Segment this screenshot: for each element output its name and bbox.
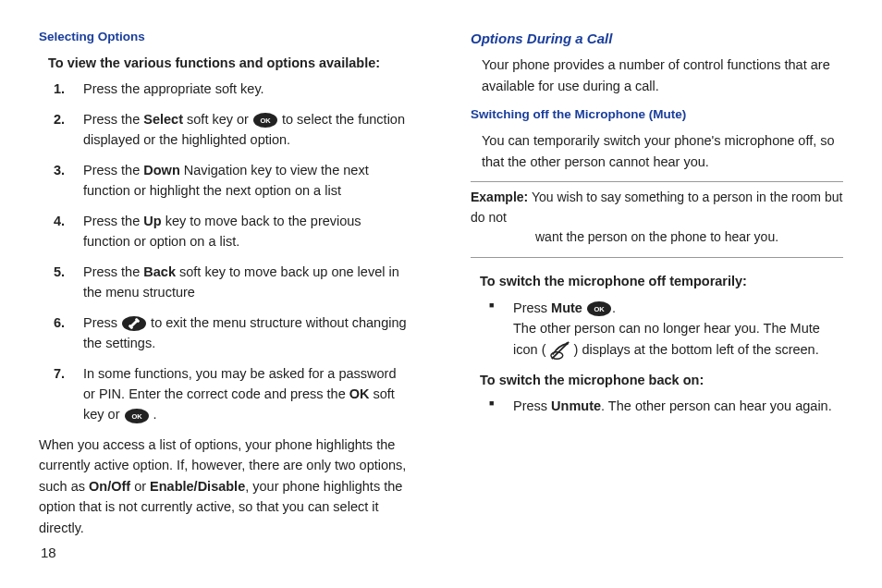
heading-selecting-options: Selecting Options	[39, 28, 411, 47]
step-3: Press the Down Navigation key to view th…	[80, 160, 411, 202]
page-number: 18	[41, 545, 56, 560]
lead-view-functions: To view the various functions and option…	[48, 53, 411, 73]
mute-desc: You can temporarily switch your phone's …	[482, 130, 843, 172]
heading-options-during-call: Options During a Call	[471, 28, 843, 49]
mute-icon	[550, 340, 570, 361]
step-2: Press the Select soft key or to select t…	[80, 109, 411, 151]
step-1: Press the appropriate soft key.	[80, 79, 411, 99]
lead-mic-on: To switch the microphone back on:	[480, 370, 843, 390]
end-call-icon	[121, 315, 147, 332]
bullet-unmute: Press Unmute. The other person can hear …	[513, 396, 843, 416]
step-4: Press the Up key to move back to the pre…	[80, 211, 411, 252]
divider-top	[471, 181, 843, 182]
ok-icon	[124, 408, 150, 424]
ok-icon	[586, 300, 612, 317]
intro-text: Your phone provides a number of control …	[482, 55, 843, 96]
steps-list: Press the appropriate soft key. Press th…	[48, 79, 411, 425]
heading-switching-mute: Switching off the Microphone (Mute)	[471, 105, 843, 125]
divider-bottom	[471, 257, 843, 258]
example-block: Example: You wish to say something to a …	[471, 188, 843, 248]
step-7: In some functions, you may be asked for …	[80, 363, 411, 425]
lead-mic-off: To switch the microphone off temporarily…	[480, 271, 843, 291]
step-6: Press to exit the menu structure without…	[80, 312, 411, 354]
ok-icon	[252, 112, 278, 129]
step-5: Press the Back soft key to move back up …	[80, 262, 411, 303]
bullet-mute: Press Mute . The other person can no lon…	[513, 298, 843, 361]
follow-paragraph: When you access a list of options, your …	[39, 435, 411, 538]
